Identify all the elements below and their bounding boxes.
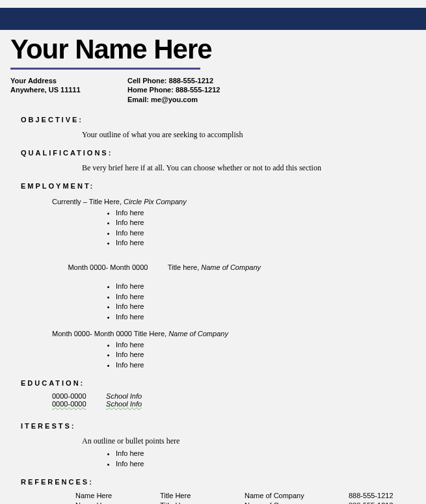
job-line-3: Month 0000- Month 0000 Title Here, [52,330,168,338]
job-entry-1: Currently – Title Here, Circle Pix Compa… [10,198,416,206]
job-bullets-2: Info here Info here Info here Info here [10,282,416,322]
ref-name: Name Here [75,501,160,504]
bullet: Info here [116,459,416,469]
address-line-1: Your Address [10,76,95,85]
interests-text: An outline or bullet points here [10,436,416,446]
employment-section: EMPLOYMENT: Currently – Title Here, Circ… [10,182,416,370]
employment-heading: EMPLOYMENT: [10,182,416,190]
resume-content: Your Name Here Your Address Anywhere, US… [0,34,426,504]
bullet: Info here [116,302,416,312]
bullet: Info here [116,312,416,322]
job-company-3: Name of Company [168,330,228,338]
ref-phone: 888-555-1212 [349,491,414,501]
job-company-1: Circle Pix Company [124,198,187,206]
ref-title: Title Here [160,491,245,501]
education-row-1: 0000-0000 School Info [10,392,416,400]
ref-phone: 888-555-1212 [349,501,414,504]
bullet: Info here [116,292,416,302]
ref-company: Name of Company [245,501,349,504]
top-accent-bar [0,8,426,30]
address-line-2: Anywhere, US 11111 [10,85,95,94]
bullet: Info here [116,218,416,228]
cell-phone: Cell Phone: 888-555-1212 [127,76,220,85]
qualifications-heading: QUALIFICATIONS: [10,149,416,157]
qualifications-text: Be very brief here if at all. You can ch… [10,163,416,173]
resume-page: Your Name Here Your Address Anywhere, US… [0,8,426,504]
email: Email: me@you.com [127,95,220,104]
home-phone: Home Phone: 888-555-1212 [127,85,220,94]
contact-column: Cell Phone: 888-555-1212 Home Phone: 888… [127,76,220,104]
reference-row-1: Name Here Title Here Name of Company 888… [75,491,416,501]
ref-company: Name of Company [245,491,349,501]
bullet: Info here [116,449,416,458]
job-entry-2: Month 0000- Month 0000 Title here, Name … [10,256,416,279]
references-table: Name Here Title Here Name of Company 888… [10,491,416,504]
bullet: Info here [116,340,416,350]
bullet: Info here [116,208,416,218]
reference-row-2: Name Here Title Here Name of Company 888… [75,501,416,504]
header-info-row: Your Address Anywhere, US 11111 Cell Pho… [10,76,416,104]
edu-dates-2: 0000-0000 [52,400,104,408]
interests-heading: ITERESTS: [10,422,416,430]
name-heading: Your Name Here [10,34,416,65]
bullet: Info here [116,350,416,360]
bullet: Info here [116,360,416,370]
job-bullets-1: Info here Info here Info here Info here [10,208,416,248]
objective-section: OBJECTIVE: Your outline of what you are … [10,116,416,140]
name-underline [10,68,200,70]
references-heading: REFERENCES: [10,478,416,486]
edu-school-2: School Info [106,400,142,408]
edu-school-1: School Info [106,392,142,400]
objective-heading: OBJECTIVE: [10,116,416,124]
education-section: EDUCATION: 0000-0000 School Info 0000-00… [10,379,416,408]
job-bullets-3: Info here Info here Info here [10,340,416,370]
references-section: REFERENCES: Name Here Title Here Name of… [10,478,416,504]
education-row-2: 0000-0000 School Info [10,400,416,408]
bullet: Info here [116,238,416,248]
bullet: Info here [116,228,416,238]
bullet: Info here [116,282,416,291]
objective-text: Your outline of what you are seeking to … [10,130,416,140]
interests-section: ITERESTS: An outline or bullet points he… [10,422,416,469]
edu-dates-1: 0000-0000 [52,392,104,400]
interests-bullets: Info here Info here [10,449,416,469]
job-line-1: Currently – Title Here, [52,198,124,206]
education-heading: EDUCATION: [10,379,416,387]
job-company-2: Name of Company [201,263,261,271]
job-line-2: Month 0000- Month 0000 Title here, [68,263,201,271]
address-column: Your Address Anywhere, US 11111 [10,76,95,104]
ref-name: Name Here [75,491,160,501]
ref-title: Title Here [160,501,245,504]
qualifications-section: QUALIFICATIONS: Be very brief here if at… [10,149,416,173]
job-entry-3: Month 0000- Month 0000 Title Here, Name … [10,330,416,338]
